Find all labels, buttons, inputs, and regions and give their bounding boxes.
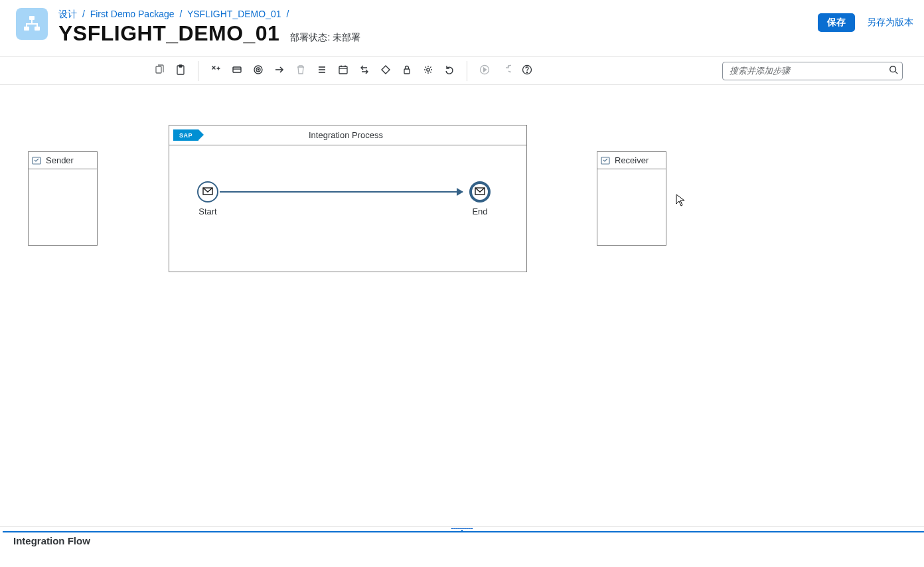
panel-drag-handle[interactable] — [0, 526, 924, 531]
add-connector-button[interactable] — [269, 60, 290, 82]
envelope-icon — [202, 186, 213, 198]
help-button[interactable] — [516, 60, 538, 82]
target-icon — [253, 64, 264, 77]
arrow-right-icon — [274, 64, 285, 77]
process-header: SAP Integration Process — [169, 125, 526, 145]
design-canvas[interactable]: Sender Receiver SAP Integration Process — [0, 85, 924, 548]
undo-button[interactable] — [495, 60, 516, 82]
end-event[interactable]: End — [468, 181, 492, 216]
participant-icon — [597, 157, 613, 165]
participant-icon — [29, 157, 44, 165]
trash-icon — [295, 64, 306, 77]
paste-button[interactable] — [170, 60, 191, 82]
svg-rect-6 — [233, 67, 241, 72]
receiver-pool[interactable]: Receiver — [597, 151, 666, 246]
save-button[interactable]: 保存 — [818, 13, 855, 32]
calendar-button[interactable] — [333, 60, 354, 82]
breadcrumb-sep: / — [80, 9, 88, 19]
rotate-button[interactable] — [439, 60, 460, 82]
svg-line-25 — [895, 72, 898, 74]
question-icon — [522, 64, 532, 77]
svg-rect-15 — [339, 66, 347, 74]
copy-icon — [154, 64, 165, 77]
swap-button[interactable] — [354, 60, 375, 82]
properties-title: Integration Flow — [13, 535, 90, 546]
gear-icon — [423, 64, 433, 77]
gateway-button[interactable] — [375, 60, 396, 82]
calendar-icon — [338, 64, 348, 77]
start-label: Start — [196, 206, 220, 216]
breadcrumb: 设计 / First Demo Package / YSFLIGHT_DEMO_… — [58, 8, 908, 20]
undo-icon — [501, 64, 511, 77]
sender-label: Sender — [44, 155, 74, 165]
properties-panel[interactable]: Integration Flow — [3, 531, 924, 548]
svg-rect-19 — [404, 69, 410, 74]
save-as-version-button[interactable]: 另存为版本 — [867, 17, 913, 29]
svg-point-23 — [526, 72, 527, 72]
editor-toolbar — [0, 57, 924, 85]
receiver-label: Receiver — [613, 155, 649, 165]
svg-point-10 — [258, 69, 259, 70]
svg-point-20 — [427, 68, 429, 71]
breadcrumb-sep: / — [177, 9, 185, 19]
sequence-flow[interactable] — [220, 191, 463, 193]
search-button[interactable] — [887, 64, 900, 78]
breadcrumb-sep: / — [283, 9, 291, 19]
process-title: Integration Process — [198, 130, 526, 140]
rectangle-icon — [232, 64, 242, 77]
lock-button[interactable] — [396, 60, 418, 82]
swap-icon — [359, 64, 370, 77]
integration-process[interactable]: SAP Integration Process Start — [169, 125, 527, 272]
play-button[interactable] — [474, 60, 495, 82]
copy-button[interactable] — [149, 60, 170, 82]
svg-point-24 — [890, 66, 896, 72]
svg-rect-2 — [35, 27, 40, 31]
breadcrumb-iflow[interactable]: YSFLIGHT_DEMO_01 — [187, 9, 281, 19]
svg-rect-3 — [156, 66, 161, 73]
start-event[interactable]: Start — [196, 181, 220, 216]
settings-button[interactable] — [418, 60, 439, 82]
delete-button[interactable] — [290, 60, 311, 82]
end-label: End — [468, 206, 492, 216]
paste-icon — [175, 64, 186, 77]
svg-rect-0 — [29, 16, 35, 20]
deploy-status: 部署状态: 未部署 — [290, 32, 360, 44]
envelope-icon — [475, 186, 485, 198]
page-header: 设计 / First Demo Package / YSFLIGHT_DEMO_… — [0, 0, 924, 57]
search-input[interactable] — [722, 62, 903, 80]
toolbar-separator — [198, 61, 198, 81]
toolbar-separator — [467, 61, 467, 81]
diamond-icon — [380, 64, 391, 77]
sparkle-plus-icon — [210, 64, 221, 77]
play-icon — [479, 64, 490, 77]
breadcrumb-design[interactable]: 设计 — [58, 9, 77, 19]
page-title: YSFLIGHT_DEMO_01 — [58, 21, 279, 46]
add-task-button[interactable] — [226, 60, 248, 82]
sap-badge: SAP — [173, 129, 198, 141]
search-steps — [722, 62, 903, 80]
menu-button[interactable] — [311, 60, 333, 82]
breadcrumb-package[interactable]: First Demo Package — [90, 9, 175, 19]
rotate-icon — [444, 64, 455, 77]
menu-icon — [317, 64, 327, 77]
svg-rect-1 — [24, 27, 29, 31]
sender-pool[interactable]: Sender — [28, 151, 98, 246]
cursor-icon — [676, 194, 686, 210]
add-target-button[interactable] — [248, 60, 269, 82]
artifact-icon — [16, 8, 48, 40]
add-event-button[interactable] — [205, 60, 226, 82]
lock-icon — [402, 64, 412, 77]
search-icon — [889, 65, 898, 76]
svg-rect-5 — [179, 65, 182, 67]
